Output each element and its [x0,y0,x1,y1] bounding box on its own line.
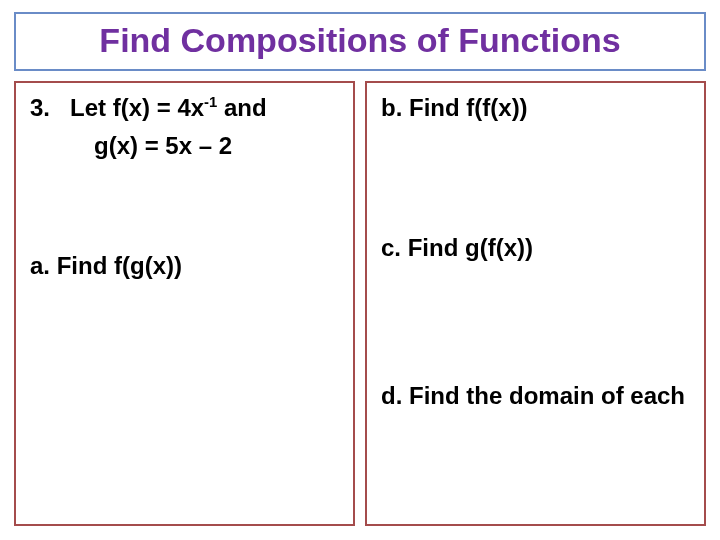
slide-title: Find Compositions of Functions [28,22,692,59]
slide: Find Compositions of Functions 3. Let f(… [0,0,720,540]
right-column: b. Find f(f(x)) c. Find g(f(x)) d. Find … [365,81,706,526]
spacer [381,131,690,233]
exponent: -1 [204,94,217,110]
part-b: b. Find f(f(x)) [381,93,690,123]
part-c: c. Find g(f(x)) [381,233,690,263]
part-a: a. Find f(g(x)) [30,251,339,281]
spacer [30,169,339,251]
title-box: Find Compositions of Functions [14,12,706,71]
problem-number: 3. [30,94,50,121]
content-columns: 3. Let f(x) = 4x-1 and g(x) = 5x – 2 a. … [14,81,706,526]
let-fx-prefix: Let f(x) = 4x [70,94,204,121]
let-fx-suffix: and [217,94,266,121]
problem-3-definition: 3. Let f(x) = 4x-1 and [30,93,339,123]
spacer [381,271,690,381]
g-definition: g(x) = 5x – 2 [30,131,339,161]
left-column: 3. Let f(x) = 4x-1 and g(x) = 5x – 2 a. … [14,81,355,526]
part-d: d. Find the domain of each [381,381,690,411]
